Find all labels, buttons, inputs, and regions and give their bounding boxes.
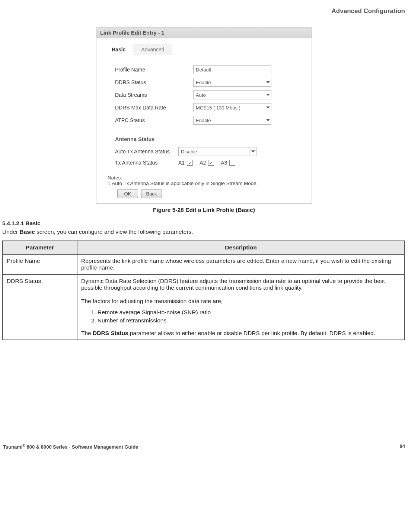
footer-guide: 800 & 8000 Series - Software Management … [25,444,138,450]
registered-icon: ® [23,443,25,447]
table-row: DDRS Status Dynamic Data Rate Selection … [3,274,405,340]
data-streams-select[interactable]: Auto [193,90,271,99]
auto-tx-select[interactable]: Disable [178,147,256,156]
antenna-a1-label: A1 [178,160,185,166]
back-button[interactable]: Back [141,189,162,198]
antenna-a1: A1 ✓ [178,160,193,166]
cell-desc-profile-name: Represents the link profile name whose w… [77,254,405,274]
ddrs-factors-list: Remote average Signal-to-noise (SNR) rat… [81,308,401,325]
ddrs-status-value: Enable [193,78,271,87]
data-streams-value: Auto [193,90,271,99]
antenna-a3: A3 [221,160,235,166]
ddrs-p3a: The [81,330,93,336]
label-atpc-status: ATPC Status [115,117,193,123]
tab-advanced[interactable]: Advanced [133,44,172,55]
ddrs-li2: Number of retransmissions [98,316,401,325]
row-auto-tx: Auto Tx Antenna Status Disable [115,145,293,158]
antenna-a1-checkbox[interactable]: ✓ [187,160,193,166]
atpc-status-value: Enable [193,116,271,125]
notes-block: Notes: 1.Auto Tx Antenna Status is appli… [96,170,312,186]
atpc-status-select[interactable]: Enable [193,116,271,125]
svg-marker-1 [266,94,270,96]
chevron-down-icon [264,90,271,99]
chevron-down-icon [264,103,271,112]
parameters-table: Parameter Description Profile Name Repre… [2,240,405,340]
panel-title: Link Profile Edit Entry - 1 [96,28,312,38]
table-row: Profile Name Represents the link profile… [3,254,405,274]
page-header: Advanced Configuration [0,7,408,18]
ddrs-p1: Dynamic Data Rate Selection (DDRS) featu… [81,278,401,291]
footer-left: Tsunami® 800 & 8000 Series - Software Ma… [3,443,138,450]
label-profile-name: Profile Name [115,67,193,73]
label-data-streams: Data Streams [115,92,193,98]
col-parameter: Parameter [3,241,77,254]
notes-line-1: 1.Auto Tx Antenna Status is applicable o… [108,181,300,186]
profile-name-field[interactable] [193,65,271,74]
ddrs-p3c: parameter allows to either enable or dis… [128,330,375,336]
basic-form: Profile Name DDRS Status Enable Data Str… [104,55,304,170]
cell-desc-ddrs: Dynamic Data Rate Selection (DDRS) featu… [77,274,405,340]
antenna-section-title: Antenna Status [115,136,293,142]
ddrs-max-value: MCS15 ( 130 Mbps ) [193,103,271,112]
figure-wrap: Link Profile Edit Entry - 1 Basic Advanc… [0,27,408,213]
tabs-wrap: Basic Advanced Profile Name DDRS Status … [96,38,312,170]
label-ddrs-status: DDRS Status [115,79,193,85]
row-tx-status: Tx Antenna Status A1 ✓ A2 ✓ A3 [115,158,293,168]
row-ddrs-status: DDRS Status Enable [115,76,293,89]
intro-bold: Basic [20,229,35,235]
row-profile-name: Profile Name [115,63,293,76]
intro-post: screen, you can configure and view the f… [35,229,193,235]
svg-marker-2 [266,106,270,109]
row-ddrs-max: DDRS Max Data Rate MCS15 ( 130 Mbps ) [115,101,293,114]
cell-param-profile-name: Profile Name [3,254,77,274]
chevron-down-icon [249,147,256,156]
button-row: OK Back [96,186,312,198]
auto-tx-value: Disable [178,147,256,156]
col-description: Description [77,241,405,254]
chevron-down-icon [264,78,271,87]
cell-param-ddrs: DDRS Status [3,274,77,340]
antenna-a2-checkbox[interactable]: ✓ [208,160,214,166]
page-footer: Tsunami® 800 & 8000 Series - Software Ma… [0,441,408,452]
chevron-down-icon [264,116,271,125]
antenna-a2-label: A2 [200,160,206,166]
intro-pre: Under [2,229,20,235]
label-tx-status: Tx Antenna Status [115,160,178,166]
page-number: 84 [400,443,405,450]
footer-brand: Tsunami [3,444,23,450]
section-number: 5.4.1.2.1 Basic [0,220,408,229]
ddrs-p3: The DDRS Status parameter allows to eith… [81,330,401,337]
antenna-a3-label: A3 [221,160,227,166]
label-ddrs-max: DDRS Max Data Rate [115,105,193,111]
ddrs-li1: Remote average Signal-to-noise (SNR) rat… [98,308,401,316]
link-profile-panel: Link Profile Edit Entry - 1 Basic Advanc… [96,27,312,204]
tab-basic[interactable]: Basic [104,44,133,55]
notes-heading: Notes: [108,175,300,181]
ddrs-status-select[interactable]: Enable [193,78,271,87]
ddrs-p2: The factors for adjusting the transmissi… [81,298,401,305]
ddrs-p3b: DDRS Status [93,330,128,336]
antenna-a2: A2 ✓ [200,160,214,166]
ok-button[interactable]: OK [117,189,138,198]
svg-marker-4 [251,150,255,153]
tab-bar: Basic Advanced [104,44,304,55]
row-data-streams: Data Streams Auto [115,89,293,101]
svg-marker-3 [266,119,270,121]
ddrs-max-select[interactable]: MCS15 ( 130 Mbps ) [193,103,271,112]
svg-marker-0 [266,81,270,83]
antenna-a3-checkbox[interactable] [229,160,235,166]
figure-caption: Figure 5-28 Edit a Link Profile (Basic) [153,207,255,213]
section-intro: Under Basic screen, you can configure an… [0,229,408,240]
row-atpc-status: ATPC Status Enable [115,114,293,127]
tx-antenna-group: A1 ✓ A2 ✓ A3 [178,160,235,166]
label-auto-tx: Auto Tx Antenna Status [115,149,178,154]
